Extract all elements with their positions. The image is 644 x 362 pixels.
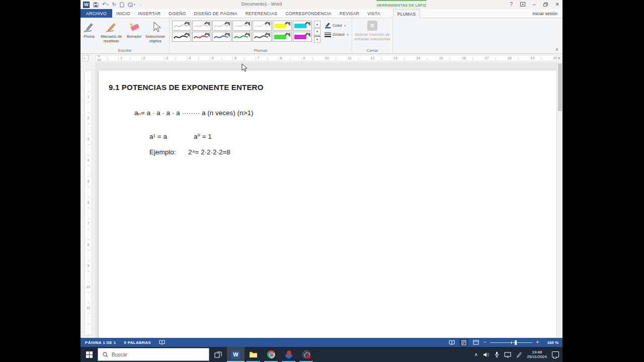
word-count[interactable]: 0 PALABRAS xyxy=(124,340,151,345)
display-cast-icon[interactable] xyxy=(504,352,511,357)
document-page[interactable]: 9.1 POTENCIAS DE EXPONENTE ENTERO aₙ= a … xyxy=(99,70,556,338)
tab-archivo[interactable]: ARCHIVO xyxy=(80,9,112,18)
restore-button[interactable] xyxy=(543,3,548,7)
v-ruler-number: 7 xyxy=(85,222,92,225)
gallery-more-icon[interactable]: ▼ xyxy=(314,36,320,43)
new-document-icon[interactable] xyxy=(120,2,124,8)
proofing-icon[interactable] xyxy=(159,340,165,345)
pen-style-swatch-14[interactable] xyxy=(293,32,312,42)
pen-style-swatch-9[interactable] xyxy=(192,32,211,42)
tab-revisar[interactable]: REVISAR xyxy=(336,9,363,18)
minimize-button[interactable]: – xyxy=(533,2,536,7)
start-button[interactable] xyxy=(80,347,98,362)
pen-style-swatch-6[interactable] xyxy=(273,21,292,31)
ribbon-display-options-icon[interactable]: ▲ xyxy=(520,2,525,7)
ribbon: Pluma Marcador de resaltado Borrador xyxy=(80,18,562,54)
view-web-layout-button[interactable] xyxy=(471,339,480,346)
speaker-icon[interactable] xyxy=(483,352,490,357)
word-taskbar-icon: W xyxy=(231,350,240,359)
group-label-escribir: Escribir xyxy=(80,48,169,53)
tab-inicio[interactable]: INICIO xyxy=(112,9,134,18)
collapse-ribbon-icon[interactable]: ∧ xyxy=(555,47,558,52)
task-view-button[interactable] xyxy=(209,347,227,362)
h-ruler-number: 14 xyxy=(415,56,421,60)
pen-style-swatch-10[interactable] xyxy=(212,32,231,42)
pen-style-swatch-13[interactable] xyxy=(273,32,292,42)
taskbar-chrome-button[interactable] xyxy=(262,347,280,362)
gallery-scroll-down-icon[interactable]: ▼ xyxy=(314,28,320,35)
tab-insertar[interactable]: INSERTAR xyxy=(134,9,165,18)
stop-inking-button[interactable]: ✕ Detener inserción de entradas manuscri… xyxy=(353,21,391,41)
scrollbar-thumb[interactable] xyxy=(558,63,562,111)
tray-chevron-icon[interactable]: ∧ xyxy=(474,352,478,357)
h-ruler-number: 6 xyxy=(233,56,237,60)
title-bar: W ↶▾ ↻ ▾ ⌄ Documento1 - Word HERRAMIENTA… xyxy=(80,0,562,9)
tab-stop-selector[interactable]: ∟ xyxy=(82,55,89,61)
pen-style-swatch-4[interactable] xyxy=(232,21,252,31)
first-line-indent-marker[interactable] xyxy=(97,55,101,58)
contextual-tab-header: HERRAMIENTAS DE LÁPIZ xyxy=(376,0,427,9)
view-read-mode-button[interactable] xyxy=(447,339,456,346)
sign-in-link[interactable]: Iniciar sesión xyxy=(532,9,562,18)
vertical-scrollbar[interactable] xyxy=(556,62,562,338)
screen-recorder-icon xyxy=(302,350,310,358)
save-icon[interactable] xyxy=(93,2,99,8)
zoom-level[interactable]: 160 % xyxy=(542,340,558,345)
v-ruler-number: 10 xyxy=(85,285,92,289)
customize-qat-icon[interactable]: ⌄ xyxy=(139,3,142,6)
h-ruler-number: 5 xyxy=(211,56,215,60)
pen-style-swatch-7[interactable] xyxy=(293,21,312,31)
tab-plumas-active[interactable]: PLUMAS xyxy=(393,9,421,18)
help-button[interactable]: ? xyxy=(510,2,513,7)
taskbar-word-button[interactable]: W xyxy=(227,347,245,362)
zoom-slider-thumb[interactable] xyxy=(515,340,517,345)
h-ruler-number: 8 xyxy=(279,56,283,60)
h-ruler-number: 11 xyxy=(347,56,352,60)
close-button[interactable]: ✕ xyxy=(555,2,559,7)
pen-color-button[interactable]: Color ▾ xyxy=(325,22,348,29)
tab-diseno[interactable]: DISEÑO xyxy=(165,9,190,18)
zoom-in-button[interactable]: + xyxy=(536,340,539,345)
group-cerrar: ✕ Detener inserción de entradas manuscri… xyxy=(352,18,393,53)
tab-diseno-de-pagina[interactable]: DISEÑO DE PÁGINA xyxy=(190,9,242,18)
formula-a1: a¹ = a xyxy=(149,133,194,140)
h-ruler-number: 3 xyxy=(165,56,169,60)
ruler-row: ∟ 1234567891011121314151617181920 ▲ xyxy=(80,54,562,62)
media-app-icon xyxy=(285,350,293,358)
pen-style-swatch-12[interactable] xyxy=(253,32,272,42)
gallery-scroll-up-icon[interactable]: ▲ xyxy=(314,21,320,28)
taskbar-search[interactable] xyxy=(98,348,209,361)
h-ruler[interactable]: 1234567891011121314151617181920 xyxy=(96,55,555,61)
pen-style-swatch-8[interactable] xyxy=(172,32,191,42)
word-app-icon[interactable]: W xyxy=(83,2,90,8)
tab-referencias[interactable]: REFERENCIAS xyxy=(242,9,282,18)
h-ruler-number: 2 xyxy=(142,56,146,60)
pen-thickness-button[interactable]: Grosor ▾ xyxy=(325,32,348,37)
pen-style-swatch-11[interactable] xyxy=(232,32,252,42)
pen-style-swatch-2[interactable] xyxy=(192,21,211,31)
h-ruler-number: 20 xyxy=(552,56,558,60)
pen-style-swatch-1[interactable] xyxy=(172,21,191,31)
search-input[interactable] xyxy=(112,352,192,357)
taskbar-recorder-button[interactable] xyxy=(297,347,315,362)
pen-tray-icon[interactable] xyxy=(516,351,522,357)
tab-correspondencia[interactable]: CORRESPONDENCIA xyxy=(281,9,335,18)
pen-style-swatch-3[interactable] xyxy=(212,21,231,31)
left-indent-marker[interactable] xyxy=(97,59,101,61)
windows-logo-icon xyxy=(86,351,93,358)
redo-icon[interactable]: ↻ xyxy=(112,2,116,7)
tab-vista[interactable]: VISTA xyxy=(363,9,384,18)
zoom-slider[interactable] xyxy=(490,340,532,345)
undo-icon[interactable]: ↶▾ xyxy=(102,2,108,7)
microphone-icon[interactable] xyxy=(495,351,499,357)
pen-style-swatch-5[interactable] xyxy=(253,21,272,31)
view-print-layout-button[interactable] xyxy=(459,339,468,346)
pen-thickness-icon xyxy=(325,32,331,37)
page-indicator[interactable]: PÁGINA 1 DE 1 xyxy=(85,340,116,345)
taskbar-explorer-button[interactable] xyxy=(245,347,262,362)
touch-mode-icon[interactable]: ▾ xyxy=(128,2,135,8)
zoom-out-button[interactable]: − xyxy=(484,340,487,345)
action-center-icon[interactable] xyxy=(552,351,559,357)
taskbar-media-app-button[interactable] xyxy=(280,347,297,362)
taskbar-clock[interactable]: 19:48 25/11/2024 xyxy=(527,350,547,359)
